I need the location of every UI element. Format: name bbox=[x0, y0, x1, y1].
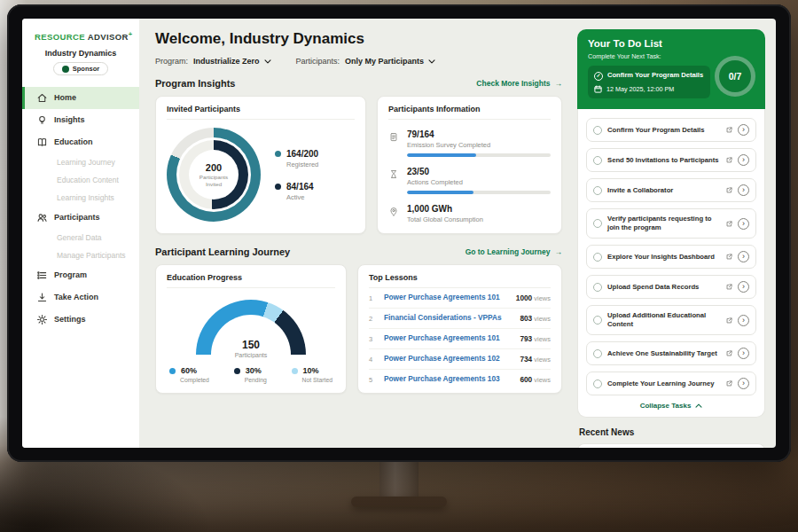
collapse-tasks-link[interactable]: Collapse Tasks bbox=[586, 402, 756, 410]
chevron-right-icon[interactable]: › bbox=[738, 315, 749, 326]
next-task-due: 12 May 2025, 12:00 PM bbox=[606, 85, 674, 93]
sidebar-item-label: Learning Insights bbox=[57, 193, 114, 202]
task-item[interactable]: Upload Spend Data Records › bbox=[586, 275, 756, 299]
chevron-right-icon[interactable]: › bbox=[738, 251, 749, 262]
chevron-up-icon bbox=[695, 403, 702, 408]
gear-icon bbox=[36, 314, 48, 325]
lesson-link[interactable]: Financial Considerations - VPPAs bbox=[384, 314, 512, 323]
task-checkbox[interactable] bbox=[593, 316, 602, 325]
sidebar-item-manage-participants[interactable]: Manage Participants bbox=[22, 246, 139, 264]
sidebar-item-label: Participants bbox=[54, 213, 100, 222]
task-item[interactable]: Confirm Your Program Details › bbox=[586, 118, 756, 142]
task-item[interactable]: Explore Your Insights Dashboard › bbox=[586, 245, 756, 269]
task-checkbox[interactable] bbox=[593, 219, 602, 228]
lesson-link[interactable]: Power Purchase Agreements 102 bbox=[384, 355, 512, 364]
card-title: Invited Participants bbox=[167, 105, 355, 120]
dashboard-screen: RESOURCE ADVISOR+ Industry Dynamics Spon… bbox=[22, 19, 776, 448]
sidebar-item-label: Education bbox=[54, 137, 93, 146]
chevron-right-icon[interactable]: › bbox=[738, 154, 749, 166]
chevron-right-icon[interactable]: › bbox=[738, 124, 749, 136]
check-more-insights-link[interactable]: Check More Insights → bbox=[476, 79, 562, 88]
sidebar-item-home[interactable]: Home bbox=[22, 87, 139, 109]
task-item[interactable]: Send 50 Invitations to Participants › bbox=[586, 148, 756, 172]
go-to-learning-journey-link[interactable]: Go to Learning Journey → bbox=[466, 247, 562, 256]
sponsor-badge[interactable]: Sponsor bbox=[53, 62, 108, 75]
sidebar-item-take-action[interactable]: Take Action bbox=[22, 286, 139, 309]
task-checkbox[interactable] bbox=[593, 379, 602, 388]
task-checkbox[interactable] bbox=[593, 126, 602, 135]
legend-item-pending: 30% Pending bbox=[234, 366, 267, 383]
sidebar-item-settings[interactable]: Settings bbox=[22, 309, 139, 331]
task-checkbox[interactable] bbox=[593, 186, 602, 195]
info-row-emission-survey: 79/164 Emission Survey Completed bbox=[388, 129, 551, 157]
task-item[interactable]: Complete Your Learning Journey › bbox=[586, 372, 756, 395]
invited-participants-card: Invited Participants 200 Participants In… bbox=[155, 96, 366, 234]
logo-resource: RESOURCE bbox=[35, 32, 85, 42]
sidebar-item-education-content[interactable]: Education Content bbox=[22, 171, 139, 189]
sponsor-icon bbox=[62, 66, 69, 73]
chevron-right-icon[interactable]: › bbox=[738, 378, 749, 389]
sidebar-item-education[interactable]: Education bbox=[22, 131, 139, 153]
sidebar-item-learning-journey[interactable]: Learning Journey bbox=[22, 153, 139, 171]
sidebar-item-participants[interactable]: Participants bbox=[22, 207, 139, 229]
info-row-actions: 23/50 Actions Completed bbox=[388, 167, 551, 194]
participants-select-value: Only My Participants bbox=[345, 57, 424, 66]
todo-panel: Your To Do List Complete Your Next Task:… bbox=[574, 19, 776, 448]
clipboard-icon bbox=[388, 130, 399, 157]
lesson-link[interactable]: Power Purchase Agreements 103 bbox=[384, 375, 512, 384]
gauge-legend: 60% Completed 30% Pending 10% Not Starte… bbox=[167, 366, 335, 383]
page-title: Welcome, Industry Dynamics bbox=[155, 30, 562, 48]
not-started-dot bbox=[292, 368, 298, 374]
action-arrow-icon bbox=[36, 292, 48, 303]
external-link-icon bbox=[726, 221, 732, 227]
sidebar-item-insights[interactable]: Insights bbox=[22, 109, 139, 131]
filters-bar: Program: Industrialize Zero Participants… bbox=[155, 57, 562, 66]
org-block: Industry Dynamics Sponsor bbox=[22, 49, 139, 83]
invited-donut-chart: 200 Participants Invited bbox=[167, 128, 261, 222]
chevron-right-icon[interactable]: › bbox=[738, 218, 749, 230]
sidebar-item-general-data[interactable]: General Data bbox=[22, 229, 139, 246]
task-checkbox[interactable] bbox=[593, 156, 602, 165]
chevron-right-icon[interactable]: › bbox=[738, 184, 749, 196]
program-select[interactable]: Industrialize Zero bbox=[193, 57, 271, 66]
lesson-link[interactable]: Power Purchase Agreements 101 bbox=[384, 293, 509, 302]
task-item[interactable]: Upload Additional Educational Content › bbox=[586, 305, 756, 335]
task-item[interactable]: Verify participants requesting to join t… bbox=[586, 208, 756, 239]
completed-dot bbox=[169, 368, 176, 374]
sidebar: RESOURCE ADVISOR+ Industry Dynamics Spon… bbox=[22, 19, 139, 448]
main-content: Welcome, Industry Dynamics Program: Indu… bbox=[139, 19, 574, 448]
sidebar-item-label: Home bbox=[54, 93, 76, 102]
sidebar-item-learning-insights[interactable]: Learning Insights bbox=[22, 189, 139, 207]
check-circle-icon: ✓ bbox=[594, 72, 603, 81]
legend-item-not-started: 10% Not Started bbox=[292, 366, 332, 383]
emission-progress-bar bbox=[407, 153, 551, 157]
next-task-box[interactable]: ✓ Confirm Your Program Details 12 May 20… bbox=[588, 66, 710, 98]
participants-select[interactable]: Only My Participants bbox=[345, 57, 435, 66]
logo-plus: + bbox=[129, 30, 133, 38]
external-link-icon bbox=[726, 284, 732, 290]
home-icon bbox=[36, 92, 48, 104]
participants-filter-label: Participants: bbox=[296, 57, 340, 66]
lesson-row: 3 Power Purchase Agreements 101 793views bbox=[369, 329, 551, 349]
people-icon bbox=[36, 212, 48, 223]
task-item[interactable]: Achieve One Sustainability Target › bbox=[586, 341, 756, 365]
external-link-icon bbox=[726, 254, 732, 260]
top-lessons-card: Top Lessons 1 Power Purchase Agreements … bbox=[357, 264, 562, 394]
external-link-icon bbox=[726, 380, 732, 387]
chevron-down-icon bbox=[264, 59, 271, 64]
actions-progress-bar bbox=[407, 191, 551, 194]
lesson-link[interactable]: Power Purchase Agreements 101 bbox=[384, 334, 512, 343]
external-link-icon bbox=[726, 157, 732, 163]
chevron-right-icon[interactable]: › bbox=[738, 281, 749, 293]
arrow-right-icon: → bbox=[555, 79, 563, 88]
task-item[interactable]: Invite a Collaborator › bbox=[586, 178, 756, 202]
task-checkbox[interactable] bbox=[593, 283, 602, 292]
education-progress-card: Education Progress 150 Participants 60% bbox=[155, 264, 347, 394]
arrow-right-icon: → bbox=[555, 247, 563, 256]
insights-cards-row: Invited Participants 200 Participants In… bbox=[155, 96, 562, 234]
task-checkbox[interactable] bbox=[593, 349, 602, 358]
sidebar-item-program[interactable]: Program bbox=[22, 264, 139, 286]
location-pin-icon bbox=[388, 205, 399, 223]
task-checkbox[interactable] bbox=[593, 253, 602, 262]
chevron-right-icon[interactable]: › bbox=[738, 348, 749, 359]
